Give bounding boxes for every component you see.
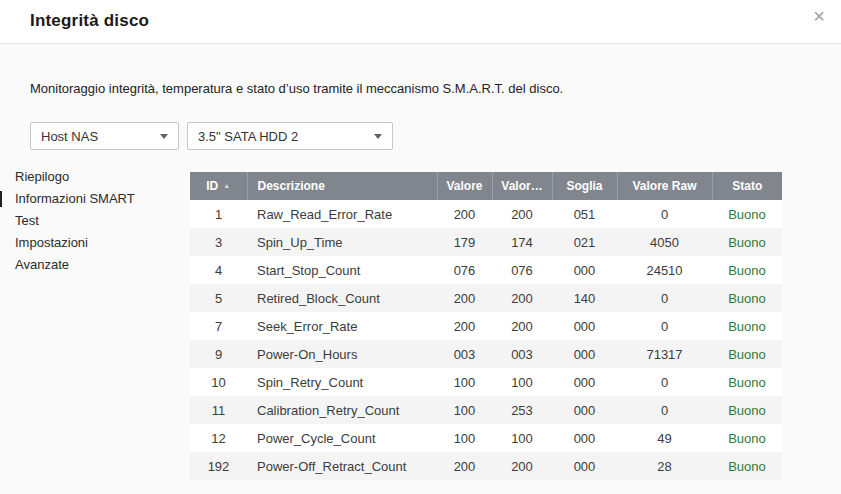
cell: 000	[552, 256, 617, 284]
status-cell: Buono	[712, 256, 782, 284]
cell: 9	[190, 340, 247, 368]
cell: 0	[617, 396, 712, 424]
cell: 0	[617, 200, 712, 228]
table-row[interactable]: 3Spin_Up_Time1791740214050Buono	[190, 228, 782, 256]
cell: 200	[492, 312, 552, 340]
selector-row: Host NAS 3.5" SATA HDD 2	[30, 122, 841, 150]
disk-select-value: 3.5" SATA HDD 2	[198, 129, 298, 144]
cell: 0	[617, 368, 712, 396]
status-cell: Buono	[712, 200, 782, 228]
status-cell: Buono	[712, 452, 782, 480]
page-title: Integrità disco	[0, 0, 841, 31]
status-cell: Buono	[712, 368, 782, 396]
cell: 174	[492, 228, 552, 256]
column-header-stato[interactable]: Stato	[712, 172, 782, 200]
cell: 000	[552, 368, 617, 396]
cell: 179	[437, 228, 492, 256]
main-content: RiepilogoInformazioni SMARTTestImpostazi…	[0, 166, 841, 480]
column-label: ID	[206, 179, 218, 193]
cell: 100	[492, 368, 552, 396]
column-header-soglia[interactable]: Soglia	[552, 172, 617, 200]
cell: 24510	[617, 256, 712, 284]
cell: 200	[437, 200, 492, 228]
disk-health-dialog: Integrità disco × Monitoraggio integrità…	[0, 0, 841, 494]
cell: 000	[552, 396, 617, 424]
column-header-valor[interactable]: Valor…	[492, 172, 552, 200]
column-label: Soglia	[566, 179, 602, 193]
cell: 192	[190, 452, 247, 480]
cell: 100	[492, 424, 552, 452]
table-row[interactable]: 7Seek_Error_Rate2002000000Buono	[190, 312, 782, 340]
smart-table-wrap: ID▲DescrizioneValoreValor…SogliaValore R…	[190, 172, 782, 480]
cell: 003	[492, 340, 552, 368]
close-icon[interactable]: ×	[809, 3, 829, 29]
table-row[interactable]: 9Power-On_Hours00300300071317Buono	[190, 340, 782, 368]
table-header-row: ID▲DescrizioneValoreValor…SogliaValore R…	[190, 172, 782, 200]
sidebar-item-impostazioni[interactable]: Impostazioni	[0, 232, 190, 254]
chevron-down-icon	[160, 134, 168, 139]
cell: 0	[617, 312, 712, 340]
cell: 000	[552, 340, 617, 368]
cell: 000	[552, 312, 617, 340]
cell: 71317	[617, 340, 712, 368]
cell: 200	[437, 284, 492, 312]
smart-table: ID▲DescrizioneValoreValor…SogliaValore R…	[190, 172, 782, 480]
cell: Spin_Up_Time	[247, 228, 437, 256]
cell: 4050	[617, 228, 712, 256]
cell: 10	[190, 368, 247, 396]
cell: 1	[190, 200, 247, 228]
cell: 021	[552, 228, 617, 256]
cell: 140	[552, 284, 617, 312]
table-row[interactable]: 192Power-Off_Retract_Count20020000028Buo…	[190, 452, 782, 480]
sidebar-item-riepilogo[interactable]: Riepilogo	[0, 166, 190, 188]
cell: 000	[552, 452, 617, 480]
status-cell: Buono	[712, 228, 782, 256]
table-row[interactable]: 10Spin_Retry_Count1001000000Buono	[190, 368, 782, 396]
cell: 200	[492, 200, 552, 228]
column-header-id[interactable]: ID▲	[190, 172, 247, 200]
cell: 000	[552, 424, 617, 452]
table-row[interactable]: 12Power_Cycle_Count10010000049Buono	[190, 424, 782, 452]
cell: Seek_Error_Rate	[247, 312, 437, 340]
cell: 5	[190, 284, 247, 312]
table-row[interactable]: 1Raw_Read_Error_Rate2002000510Buono	[190, 200, 782, 228]
disk-select[interactable]: 3.5" SATA HDD 2	[187, 122, 393, 150]
cell: 7	[190, 312, 247, 340]
column-label: Descrizione	[258, 179, 325, 193]
sidebar-item-informazioni-smart[interactable]: Informazioni SMART	[0, 188, 190, 210]
cell: Raw_Read_Error_Rate	[247, 200, 437, 228]
cell: 051	[552, 200, 617, 228]
column-label: Valore	[446, 179, 482, 193]
sidebar-item-avanzate[interactable]: Avanzate	[0, 254, 190, 276]
status-cell: Buono	[712, 284, 782, 312]
cell: 12	[190, 424, 247, 452]
cell: Spin_Retry_Count	[247, 368, 437, 396]
cell: Power-Off_Retract_Count	[247, 452, 437, 480]
cell: 200	[437, 312, 492, 340]
cell: Calibration_Retry_Count	[247, 396, 437, 424]
column-header-valore-raw[interactable]: Valore Raw	[617, 172, 712, 200]
host-select-value: Host NAS	[41, 129, 98, 144]
description-text: Monitoraggio integrità, temperatura e st…	[30, 81, 811, 96]
cell: Retired_Block_Count	[247, 284, 437, 312]
sidebar: RiepilogoInformazioni SMARTTestImpostazi…	[0, 166, 190, 276]
cell: 28	[617, 452, 712, 480]
column-label: Valore Raw	[632, 179, 696, 193]
host-select[interactable]: Host NAS	[30, 122, 179, 150]
cell: 076	[492, 256, 552, 284]
column-label: Valor…	[501, 179, 542, 193]
sidebar-item-test[interactable]: Test	[0, 210, 190, 232]
column-header-valore[interactable]: Valore	[437, 172, 492, 200]
column-header-descrizione[interactable]: Descrizione	[247, 172, 437, 200]
cell: 100	[437, 368, 492, 396]
table-row[interactable]: 4Start_Stop_Count07607600024510Buono	[190, 256, 782, 284]
cell: 253	[492, 396, 552, 424]
status-cell: Buono	[712, 396, 782, 424]
cell: 100	[437, 396, 492, 424]
cell: 200	[437, 452, 492, 480]
table-row[interactable]: 11Calibration_Retry_Count1002530000Buono	[190, 396, 782, 424]
table-row[interactable]: 5Retired_Block_Count2002001400Buono	[190, 284, 782, 312]
dialog-header: Integrità disco ×	[0, 0, 841, 44]
cell: 3	[190, 228, 247, 256]
chevron-down-icon	[374, 134, 382, 139]
